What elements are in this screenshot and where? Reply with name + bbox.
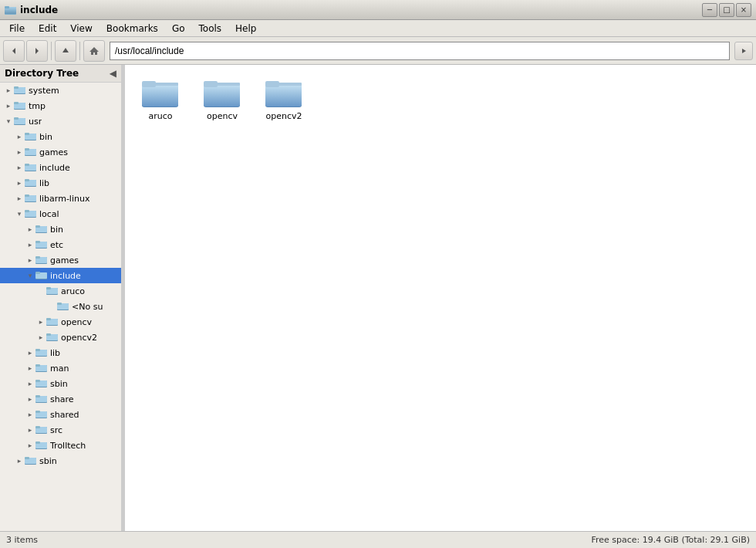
- folder-icon-lib-local: [35, 347, 48, 358]
- tree-label-tmp: tmp: [29, 101, 46, 111]
- menu-menu-bookmarks[interactable]: Bookmarks: [100, 22, 164, 36]
- tree-item-games-local[interactable]: ▸ games: [0, 252, 121, 268]
- tree-item-no-sub[interactable]: <No su: [0, 299, 121, 314]
- svg-rect-58: [46, 333, 51, 336]
- tree-item-aruco[interactable]: aruco: [0, 283, 121, 299]
- tree-item-src-local[interactable]: ▸ src: [0, 422, 121, 438]
- folder-icon-opencv2: [46, 332, 59, 343]
- svg-rect-2: [5, 6, 9, 8]
- tree-item-libarm[interactable]: ▸ libarm-linux: [0, 191, 121, 206]
- tree-item-opencv2[interactable]: ▸ opencv2: [0, 330, 121, 345]
- free-space: Free space: 19.4 GiB (Total: 29.1 GiB): [591, 535, 750, 545]
- tree-item-etc-local[interactable]: ▸ etc: [0, 237, 121, 252]
- folder-icon-games: [25, 147, 37, 157]
- svg-rect-86: [142, 83, 178, 86]
- directory-tree[interactable]: ▸ system▸ tmp▾: [0, 83, 121, 531]
- expander-sbin-local: ▸: [25, 380, 35, 387]
- folder-icon-aruco: [46, 286, 59, 296]
- folder-icon-src-local: [35, 425, 48, 435]
- folder-icon-libarm: [25, 193, 37, 204]
- tree-item-tmp[interactable]: ▸ tmp: [0, 98, 121, 113]
- tree-item-bin[interactable]: ▸ bin: [0, 129, 121, 144]
- tree-item-share-local[interactable]: ▸ share: [0, 391, 121, 407]
- tree-item-lib-local[interactable]: ▸ lib: [0, 345, 121, 360]
- expander-include-local: ▾: [25, 272, 35, 279]
- file-content-area: aruco opencv opencv2: [125, 65, 756, 531]
- tree-label-system: system: [29, 86, 59, 96]
- sidebar-toggle-button[interactable]: ◀: [110, 68, 116, 79]
- file-item-folder-opencv[interactable]: opencv: [194, 73, 250, 125]
- toolbar-separator-1: [51, 42, 52, 60]
- tree-item-sbin-local[interactable]: ▸ sbin: [0, 376, 121, 391]
- tree-item-include-local[interactable]: ▾ include: [0, 268, 121, 283]
- svg-rect-16: [14, 117, 19, 120]
- folder-icon-tmp: [14, 100, 26, 111]
- tree-item-sbin-usr[interactable]: ▸ sbin: [0, 453, 121, 469]
- tree-item-bin-local[interactable]: ▸ bin: [0, 222, 121, 237]
- file-icon-folder-opencv: [204, 76, 241, 111]
- tree-item-system[interactable]: ▸ system: [0, 83, 121, 98]
- forward-button[interactable]: [26, 40, 48, 62]
- svg-marker-7: [742, 49, 746, 53]
- main-area: Directory Tree ◀ ▸ system▸: [0, 65, 756, 531]
- menu-menu-go[interactable]: Go: [166, 22, 191, 36]
- tree-label-lib-local: lib: [50, 348, 60, 358]
- svg-rect-46: [35, 272, 40, 274]
- menu-menu-tools[interactable]: Tools: [193, 22, 228, 36]
- address-bar[interactable]: [110, 42, 730, 60]
- file-icon-folder-aruco: [142, 76, 179, 111]
- expander-bin-local: ▸: [25, 225, 35, 233]
- expander-bin: ▸: [14, 133, 25, 140]
- file-item-folder-aruco[interactable]: aruco: [133, 73, 188, 125]
- maximize-button[interactable]: □: [719, 3, 734, 17]
- go-button[interactable]: [734, 42, 753, 60]
- tree-item-usr[interactable]: ▾ usr: [0, 113, 121, 129]
- svg-rect-19: [25, 133, 29, 135]
- close-button[interactable]: ×: [736, 3, 751, 17]
- svg-rect-82: [25, 457, 29, 459]
- folder-icon-system: [14, 85, 26, 96]
- svg-rect-55: [46, 318, 51, 320]
- svg-marker-3: [12, 48, 15, 54]
- menu-menu-view[interactable]: View: [64, 22, 98, 36]
- tree-item-opencv[interactable]: ▸ opencv: [0, 314, 121, 330]
- svg-rect-28: [25, 179, 29, 181]
- tree-label-include-usr: include: [39, 163, 70, 173]
- tree-item-local[interactable]: ▾ local: [0, 206, 121, 222]
- expander-lib-local: ▸: [25, 349, 35, 357]
- tree-item-trolltech[interactable]: ▸ Trolltech: [0, 438, 121, 453]
- tree-label-man-local: man: [50, 364, 69, 374]
- expander-opencv2: ▸: [35, 333, 46, 341]
- folder-icon-local: [25, 208, 37, 219]
- svg-rect-61: [35, 349, 40, 351]
- folder-icon-etc-local: [35, 239, 48, 250]
- folder-icon-trolltech: [35, 440, 48, 451]
- up-button[interactable]: [55, 40, 76, 62]
- menu-menu-edit[interactable]: Edit: [32, 22, 62, 36]
- svg-rect-22: [25, 148, 29, 151]
- expander-man-local: ▸: [25, 364, 35, 372]
- sidebar: Directory Tree ◀ ▸ system▸: [0, 65, 122, 531]
- file-item-folder-opencv2[interactable]: opencv2: [256, 73, 312, 125]
- tree-label-no-sub: <No su: [72, 302, 103, 312]
- expander-share-local: ▸: [25, 395, 35, 403]
- tree-item-man-local[interactable]: ▸ man: [0, 360, 121, 376]
- expander-system: ▸: [3, 86, 14, 94]
- tree-item-include-usr[interactable]: ▸ include: [0, 160, 121, 175]
- sidebar-header: Directory Tree ◀: [0, 65, 121, 83]
- menu-menu-help[interactable]: Help: [229, 22, 262, 36]
- tree-item-lib-usr[interactable]: ▸ lib: [0, 175, 121, 191]
- expander-lib-usr: ▸: [14, 179, 25, 187]
- tree-label-games-local: games: [50, 255, 79, 266]
- tree-item-games[interactable]: ▸ games: [0, 144, 121, 160]
- back-button[interactable]: [3, 40, 25, 62]
- home-button[interactable]: [83, 40, 105, 62]
- expander-include-usr: ▸: [14, 164, 25, 171]
- menu-menu-file[interactable]: File: [3, 22, 31, 36]
- titlebar-folder-icon: [5, 4, 17, 16]
- file-name-folder-opencv: opencv: [207, 111, 238, 121]
- tree-item-shared-local[interactable]: ▸ shared: [0, 407, 121, 422]
- sidebar-title: Directory Tree: [5, 68, 79, 79]
- svg-rect-34: [25, 210, 29, 212]
- minimize-button[interactable]: −: [702, 3, 717, 17]
